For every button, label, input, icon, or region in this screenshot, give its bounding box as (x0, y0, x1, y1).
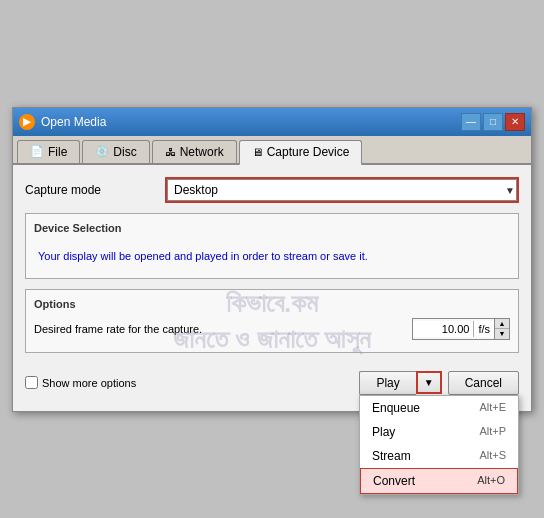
spin-up-button[interactable]: ▲ (495, 319, 509, 329)
minimize-button[interactable]: — (461, 113, 481, 131)
network-tab-icon: 🖧 (165, 146, 176, 158)
frame-rate-unit: f/s (473, 321, 494, 337)
show-more-label[interactable]: Show more options (25, 376, 136, 389)
frame-rate-input[interactable] (413, 321, 473, 337)
options-section: Options Desired frame rate for the captu… (25, 289, 519, 353)
play-label: Play (372, 425, 395, 439)
frame-rate-row: Desired frame rate for the capture. f/s … (34, 318, 510, 340)
file-tab-label: File (48, 145, 67, 159)
open-media-window: ▶ Open Media — □ ✕ 📄 File 💿 Disc 🖧 Netwo… (12, 107, 532, 412)
maximize-button[interactable]: □ (483, 113, 503, 131)
disc-tab-icon: 💿 (95, 145, 109, 158)
cancel-button[interactable]: Cancel (448, 371, 519, 395)
show-more-checkbox[interactable] (25, 376, 38, 389)
play-dropdown-button[interactable]: ▼ (416, 371, 442, 394)
show-more-text: Show more options (42, 377, 136, 389)
network-tab-label: Network (180, 145, 224, 159)
stream-label: Stream (372, 449, 411, 463)
vlc-icon: ▶ (19, 114, 35, 130)
device-info-text: Your display will be opened and played i… (34, 242, 510, 270)
tab-capture-device[interactable]: 🖥 Capture Device (239, 140, 363, 165)
dropdown-play[interactable]: Play Alt+P (360, 420, 518, 444)
convert-label: Convert (373, 474, 415, 488)
tab-network[interactable]: 🖧 Network (152, 140, 237, 163)
dropdown-stream[interactable]: Stream Alt+S (360, 444, 518, 468)
tab-file[interactable]: 📄 File (17, 140, 80, 163)
device-selection-box: Device Selection Your display will be op… (25, 213, 519, 279)
disc-tab-label: Disc (113, 145, 136, 159)
main-content: Capture mode Desktop DirectShow TV - dig… (13, 165, 531, 411)
tab-bar: 📄 File 💿 Disc 🖧 Network 🖥 Capture Device (13, 136, 531, 165)
spin-down-button[interactable]: ▼ (495, 329, 509, 339)
btn-group-wrapper: Play ▼ Cancel Enqueue Alt+E Play Alt+P (359, 371, 519, 395)
dropdown-enqueue[interactable]: Enqueue Alt+E (360, 396, 518, 420)
play-shortcut: Alt+P (479, 425, 506, 439)
title-bar: ▶ Open Media — □ ✕ (13, 108, 531, 136)
close-button[interactable]: ✕ (505, 113, 525, 131)
play-button[interactable]: Play (359, 371, 415, 395)
capture-mode-select-wrapper: Desktop DirectShow TV - digital TV - ana… (165, 177, 519, 203)
main-content-area: কিভাবে.কম জানতে ও জানাতে আসুন Options De… (25, 289, 519, 353)
capture-tab-label: Capture Device (267, 145, 350, 159)
capture-mode-select[interactable]: Desktop DirectShow TV - digital TV - ana… (167, 179, 517, 201)
window-title: Open Media (41, 115, 106, 129)
dropdown-convert[interactable]: Convert Alt+O (360, 468, 518, 494)
file-tab-icon: 📄 (30, 145, 44, 158)
capture-mode-label: Capture mode (25, 183, 165, 197)
bottom-row: Show more options Play ▼ Cancel Enqueue … (25, 363, 519, 399)
dropdown-menu: Enqueue Alt+E Play Alt+P Stream Alt+S Co… (359, 395, 519, 495)
frame-rate-input-wrapper: f/s ▲ ▼ (412, 318, 510, 340)
device-section-title: Device Selection (34, 222, 510, 234)
spin-buttons: ▲ ▼ (494, 319, 509, 339)
btn-group: Play ▼ Cancel (359, 371, 519, 395)
title-bar-buttons: — □ ✕ (461, 113, 525, 131)
capture-tab-icon: 🖥 (252, 146, 263, 158)
enqueue-shortcut: Alt+E (479, 401, 506, 415)
convert-shortcut: Alt+O (477, 474, 505, 488)
capture-mode-row: Capture mode Desktop DirectShow TV - dig… (25, 177, 519, 203)
title-bar-left: ▶ Open Media (19, 114, 106, 130)
enqueue-label: Enqueue (372, 401, 420, 415)
tab-disc[interactable]: 💿 Disc (82, 140, 149, 163)
stream-shortcut: Alt+S (479, 449, 506, 463)
frame-rate-label: Desired frame rate for the capture. (34, 323, 412, 335)
options-title: Options (34, 298, 510, 310)
